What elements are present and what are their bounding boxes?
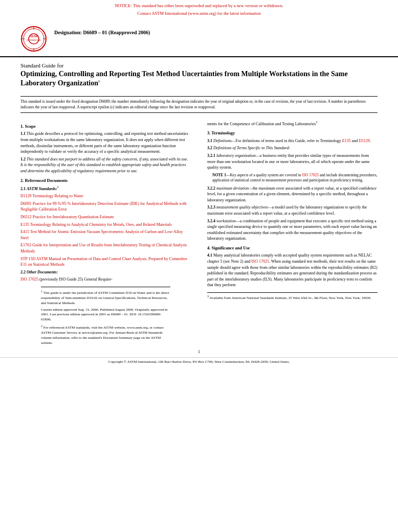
title-section: Standard Guide for Optimizing, Controlli… <box>0 57 398 92</box>
page-number: 1 <box>0 350 398 354</box>
terminology-heading: 3. Terminology <box>207 130 378 136</box>
document-page: NOTICE: This standard has either been su… <box>0 0 398 532</box>
term-p31: 3.1 Definitions—For definitions of terms… <box>207 138 378 144</box>
ref-e415: E415 Test Method for Atomic Emission Vac… <box>20 229 191 241</box>
fn1-text: 1 This guide is under the jurisdiction o… <box>41 289 170 306</box>
term-p322: 3.2.2 maximum deviation—the maximum erro… <box>207 186 378 203</box>
note1-block: NOTE 1—Key aspects of a quality system a… <box>212 173 378 183</box>
other-docs-heading: 2.2 Other Documents: <box>20 269 191 275</box>
ref-d1129: D1129 Terminology Relating to Water <box>20 193 191 199</box>
left-column: 1. Scope 1.1 This guide describes a prot… <box>20 120 199 347</box>
term-p321: 3.2.1 laboratory organization—a business… <box>207 153 378 171</box>
notice-bar: NOTICE: This standard has either been su… <box>0 0 398 20</box>
scope-p1: 1.1 This guide describes a protocol for … <box>20 131 191 154</box>
ref-iso17025: ISO 17025 (previously ISO Guide 25) Gene… <box>20 276 191 283</box>
copyright-footer: Copyright © ASTM International, 100 Barr… <box>0 357 398 366</box>
ref-d6091: D6091 Practice for 99 %/95 % Interlabora… <box>20 201 191 213</box>
footnote-right: 3 Available from American National Stand… <box>207 292 378 301</box>
scope-heading: 1. Scope <box>20 123 191 129</box>
notice-line2: Contact ASTM International (www.astm.org… <box>10 11 388 17</box>
footnote-section-left: 1 This guide is under the jurisdiction o… <box>41 287 170 346</box>
scope-p2: 1.2 This standard does not purport to ad… <box>20 156 191 174</box>
astm-standards-heading: 2.1 ASTM Standards:2 <box>20 185 191 192</box>
two-column-body: 1. Scope 1.1 This guide describes a prot… <box>0 117 398 347</box>
fn1b-text: Current edition approved Aug. 15, 2006. … <box>41 308 170 322</box>
term-p323: 3.2.3 measurement quality objectives—a m… <box>207 204 378 216</box>
ref-d6512: D6512 Practice for Interlaboratory Quant… <box>20 214 191 220</box>
ref-stp15d: STP 15D ASTM Manual on Presentation of D… <box>20 256 191 268</box>
document-header: ASTM INTERNATIONAL Designation: D6689 – … <box>0 20 398 57</box>
ref-e135: E135 Terminology Relating to Analytical … <box>20 222 191 228</box>
svg-text:INTERNATIONAL: INTERNATIONAL <box>27 39 41 41</box>
title-main: Optimizing, Controlling and Reporting Te… <box>20 70 378 88</box>
significance-p41: 4.1 Many analytical laboratories comply … <box>207 252 378 288</box>
svg-point-1 <box>24 29 44 49</box>
title-subtitle: Standard Guide for <box>20 62 378 68</box>
svg-point-0 <box>21 27 46 51</box>
fn2-text: 2 For referenced ASTM standards, visit t… <box>41 324 170 346</box>
astm-logo: ASTM INTERNATIONAL <box>20 26 47 52</box>
notice-line1: NOTICE: This standard has either been su… <box>10 3 388 9</box>
ref-e1763: E1763 Guide for Interpretation and Use o… <box>20 242 191 254</box>
term-p324: 3.2.4 workstation—a combination of peopl… <box>207 218 378 242</box>
significance-heading: 4. Significance and Use <box>207 245 378 251</box>
fn3-text: 3 Available from American National Stand… <box>207 294 378 301</box>
right-column: ments for the Competence of Calibration … <box>199 120 378 347</box>
ref-docs-heading: 2. Referenced Documents <box>20 177 191 183</box>
term-p32: 3.2 Definitions of Terms Specific to Thi… <box>207 145 378 151</box>
standard-note: This standard is issued under the fixed … <box>20 96 378 113</box>
svg-text:ASTM: ASTM <box>30 35 37 38</box>
designation-block: Designation: D6689 – 01 (Reapproved 2006… <box>54 26 150 35</box>
iso-continued: ments for the Competence of Calibration … <box>207 120 378 127</box>
designation-text: Designation: D6689 – 01 (Reapproved 2006… <box>54 30 150 35</box>
